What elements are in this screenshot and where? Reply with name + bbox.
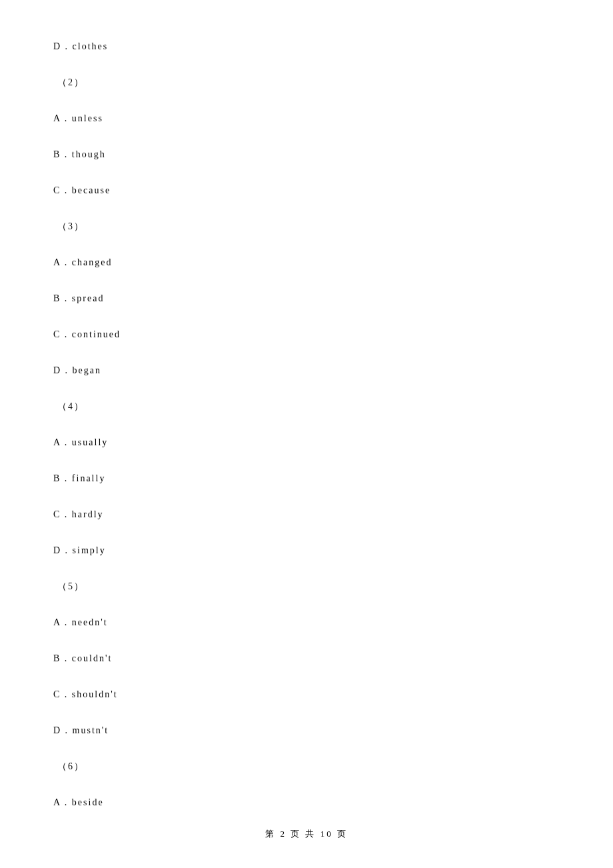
text-line: （6）: [53, 761, 560, 771]
text-line: D . began: [53, 365, 560, 375]
text-line: D . simply: [53, 545, 560, 555]
text-line: A . unless: [53, 113, 560, 123]
text-line: C . shouldn't: [53, 689, 560, 699]
text-line: A . needn't: [53, 617, 560, 627]
text-line: B . finally: [53, 473, 560, 483]
text-line: D . clothes: [53, 41, 560, 51]
text-line: A . changed: [53, 257, 560, 267]
text-line: （3）: [53, 221, 560, 231]
text-line: （5）: [53, 581, 560, 591]
text-line: C . continued: [53, 329, 560, 339]
text-line: D . mustn't: [53, 725, 560, 735]
text-line: B . couldn't: [53, 653, 560, 663]
text-line: C . hardly: [53, 509, 560, 519]
page-footer: 第 2 页 共 10 页: [0, 828, 613, 840]
text-line: （4）: [53, 401, 560, 411]
text-line: A . beside: [53, 797, 560, 807]
content-block: D . clothes（2）A . unlessB . thoughC . be…: [53, 41, 560, 807]
text-line: C . because: [53, 185, 560, 195]
text-line: B . spread: [53, 293, 560, 303]
text-line: A . usually: [53, 437, 560, 447]
page-body: D . clothes（2）A . unlessB . thoughC . be…: [0, 0, 613, 868]
text-line: B . though: [53, 149, 560, 159]
text-line: （2）: [53, 77, 560, 87]
